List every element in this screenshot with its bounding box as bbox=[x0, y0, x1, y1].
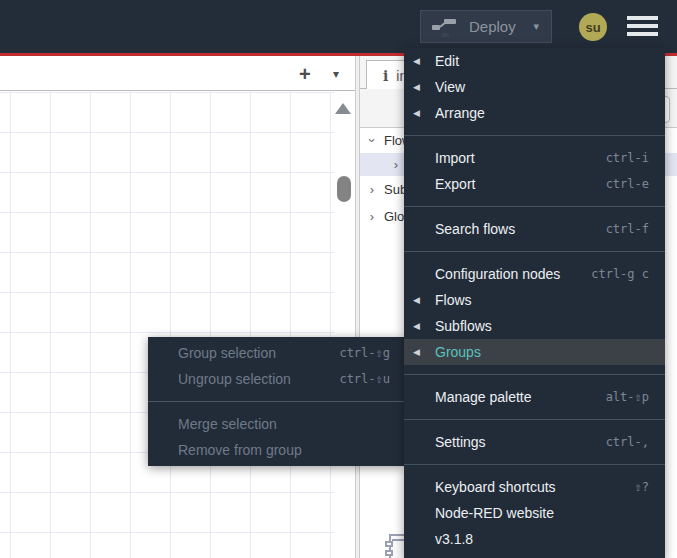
menu-item-settings[interactable]: Settings ctrl-, bbox=[404, 429, 665, 455]
menu-item-label: Ungroup selection bbox=[178, 371, 291, 387]
menu-item-manage-palette[interactable]: Manage palette alt-⇧p bbox=[404, 384, 665, 410]
vertical-scrollbar-thumb[interactable] bbox=[337, 176, 351, 202]
menu-separator bbox=[404, 374, 665, 375]
menu-item-configuration-nodes[interactable]: Configuration nodes ctrl-g c bbox=[404, 261, 665, 287]
menu-item-search-flows[interactable]: Search flows ctrl-f bbox=[404, 216, 665, 242]
menu-item-shortcut: ctrl-e bbox=[606, 177, 649, 191]
flow-list-button[interactable]: ▾ bbox=[333, 67, 339, 81]
menu-item-label: Settings bbox=[435, 434, 486, 450]
menu-item-label: View bbox=[435, 79, 465, 95]
menu-item-label: Search flows bbox=[435, 221, 515, 237]
menu-separator bbox=[148, 401, 404, 402]
menu-separator bbox=[404, 419, 665, 420]
submenu-arrow-icon: ◀ bbox=[413, 56, 420, 66]
menu-item-shortcut: ctrl-i bbox=[606, 151, 649, 165]
menu-item-merge-selection: Merge selection bbox=[148, 411, 404, 437]
menu-item-arrange[interactable]: ◀ Arrange bbox=[404, 100, 665, 126]
deploy-options-caret-icon[interactable]: ▾ bbox=[533, 20, 539, 33]
menu-separator bbox=[404, 135, 665, 136]
deploy-nodes-icon bbox=[431, 14, 457, 40]
hamburger-icon bbox=[627, 32, 658, 36]
menu-item-view[interactable]: ◀ View bbox=[404, 74, 665, 100]
menu-item-label: Export bbox=[435, 176, 475, 192]
groups-submenu: Group selection ctrl-⇧g Ungroup selectio… bbox=[148, 337, 404, 466]
menu-separator bbox=[404, 206, 665, 207]
main-menu-button[interactable] bbox=[627, 16, 658, 40]
menu-item-remove-from-group: Remove from group bbox=[148, 437, 404, 463]
menu-separator bbox=[404, 464, 665, 465]
menu-item-label: Edit bbox=[435, 53, 459, 69]
deploy-button-label: Deploy bbox=[469, 18, 516, 35]
menu-item-label: Flows bbox=[435, 292, 472, 308]
menu-item-group-selection: Group selection ctrl-⇧g bbox=[148, 340, 404, 366]
chevron-right-icon: › bbox=[366, 182, 378, 197]
menu-item-subflows[interactable]: ◀ Subflows bbox=[404, 313, 665, 339]
menu-item-label: Remove from group bbox=[178, 442, 302, 458]
menu-item-label: Keyboard shortcuts bbox=[435, 479, 556, 495]
menu-item-node-red-website[interactable]: Node-RED website bbox=[404, 500, 665, 526]
submenu-arrow-icon: ◀ bbox=[413, 82, 420, 92]
menu-item-edit[interactable]: ◀ Edit bbox=[404, 48, 665, 74]
scroll-up-arrow[interactable] bbox=[335, 103, 351, 114]
menu-item-label: v3.1.8 bbox=[435, 531, 473, 547]
hamburger-icon bbox=[627, 16, 658, 20]
chevron-down-icon: › bbox=[365, 135, 380, 147]
menu-item-import[interactable]: Import ctrl-i bbox=[404, 145, 665, 171]
menu-item-label: Merge selection bbox=[178, 416, 277, 432]
menu-item-shortcut: ctrl-f bbox=[606, 222, 649, 236]
info-icon: i bbox=[383, 68, 388, 84]
chevron-right-icon: › bbox=[390, 157, 402, 172]
user-avatar[interactable]: su bbox=[579, 13, 607, 41]
submenu-arrow-icon: ◀ bbox=[413, 295, 420, 305]
menu-item-flows[interactable]: ◀ Flows bbox=[404, 287, 665, 313]
menu-item-shortcut: ctrl-, bbox=[606, 435, 649, 449]
menu-item-label: Configuration nodes bbox=[435, 266, 560, 282]
chevron-right-icon: › bbox=[366, 209, 378, 224]
menu-item-label: Groups bbox=[435, 344, 481, 360]
menu-item-groups[interactable]: ◀ Groups bbox=[404, 339, 665, 365]
submenu-arrow-icon: ◀ bbox=[413, 321, 420, 331]
menu-item-shortcut: ⇧? bbox=[635, 480, 649, 494]
header-bar bbox=[0, 0, 677, 53]
menu-separator bbox=[404, 251, 665, 252]
menu-item-shortcut: ctrl-⇧u bbox=[339, 372, 390, 386]
deploy-button[interactable]: Deploy ▾ bbox=[420, 10, 552, 43]
menu-item-keyboard-shortcuts[interactable]: Keyboard shortcuts ⇧? bbox=[404, 474, 665, 500]
menu-item-export[interactable]: Export ctrl-e bbox=[404, 171, 665, 197]
menu-item-label: Group selection bbox=[178, 345, 276, 361]
main-menu-dropdown: ◀ Edit ◀ View ◀ Arrange Import ctrl-i Ex… bbox=[404, 48, 665, 558]
menu-item-shortcut: alt-⇧p bbox=[606, 390, 649, 404]
flow-canvas-grid bbox=[0, 92, 334, 558]
menu-item-label: Manage palette bbox=[435, 389, 532, 405]
submenu-arrow-icon: ◀ bbox=[413, 108, 420, 118]
add-flow-button[interactable]: + bbox=[299, 63, 311, 86]
menu-item-label: Import bbox=[435, 150, 475, 166]
menu-item-shortcut: ctrl-g c bbox=[591, 267, 649, 281]
hamburger-icon bbox=[627, 24, 658, 28]
menu-item-version[interactable]: v3.1.8 bbox=[404, 526, 665, 552]
submenu-arrow-icon: ◀ bbox=[413, 347, 420, 357]
menu-item-label: Node-RED website bbox=[435, 505, 554, 521]
menu-item-label: Arrange bbox=[435, 105, 485, 121]
menu-item-label: Subflows bbox=[435, 318, 492, 334]
menu-item-shortcut: ctrl-⇧g bbox=[339, 346, 390, 360]
menu-item-ungroup-selection: Ungroup selection ctrl-⇧u bbox=[148, 366, 404, 392]
